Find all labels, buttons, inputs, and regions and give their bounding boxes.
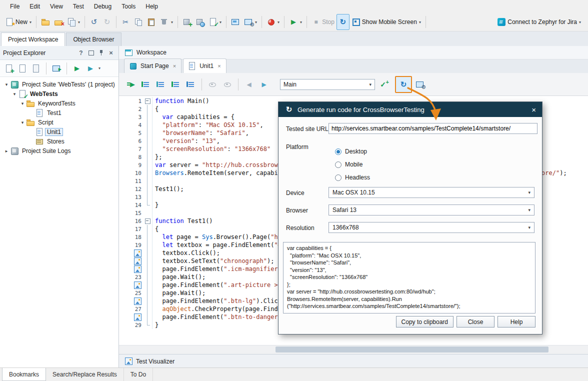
close-button[interactable]: Close: [456, 316, 494, 328]
editor-tab-start-page[interactable]: Start Page×: [124, 58, 182, 73]
menu-edit[interactable]: Edit: [24, 1, 45, 12]
run-to-line-button[interactable]: [139, 78, 153, 92]
copy-button[interactable]: [132, 14, 145, 30]
tested-site-url-input[interactable]: [328, 123, 538, 134]
run-selected-button[interactable]: [169, 78, 183, 92]
debug-routine-button[interactable]: [184, 78, 198, 92]
menu-file[interactable]: File: [5, 1, 24, 12]
new-item-button[interactable]: [3, 62, 15, 74]
horizontal-scrollbar[interactable]: [119, 345, 588, 354]
menu-debug[interactable]: Debug: [89, 1, 116, 12]
cut-button[interactable]: [119, 14, 132, 30]
undo-button[interactable]: [88, 14, 100, 30]
checkpoint-button[interactable]: ▾: [206, 14, 224, 30]
platform-option-desktop[interactable]: Desktop: [335, 148, 370, 155]
fold-marker[interactable]: [143, 97, 152, 105]
radio-headless-icon[interactable]: [335, 174, 342, 181]
add-existing-item-button[interactable]: [16, 62, 28, 74]
tree-item-project-suite-logs[interactable]: ▸Project Suite Logs: [0, 146, 118, 156]
visualizer-frame-icon[interactable]: [134, 258, 142, 265]
horizontal-scrollbar-thumb[interactable]: [276, 346, 548, 352]
menu-test[interactable]: Test: [68, 1, 89, 12]
generate-cbt-run-code-button[interactable]: [395, 76, 412, 93]
menu-help[interactable]: Help: [140, 1, 163, 12]
new-button[interactable]: New▾: [3, 14, 34, 30]
device-combo[interactable]: Mac OSX 10.15 ▾: [328, 187, 534, 198]
explorer-pin-button[interactable]: [96, 48, 106, 58]
browser-combo[interactable]: Safari 13 ▾: [328, 204, 534, 216]
bottom-tab-bookmarks[interactable]: Bookmarks: [2, 368, 46, 381]
explorer-float-button[interactable]: [86, 48, 96, 58]
add-new-item-button[interactable]: [180, 14, 194, 30]
close-project-button[interactable]: [52, 14, 65, 30]
navigate-forward-button[interactable]: [257, 78, 271, 92]
bottom-tab-search-replace-results[interactable]: Search/Replace Results: [46, 368, 124, 381]
radio-desktop-icon[interactable]: [335, 148, 342, 155]
paste-button[interactable]: [145, 14, 158, 30]
expander-open-icon[interactable]: ▾: [3, 82, 10, 87]
help-button[interactable]: Help: [498, 316, 536, 328]
radio-mobile-icon[interactable]: [335, 162, 342, 168]
stop-button[interactable]: Stop: [310, 14, 336, 30]
show-mobile-screen-button[interactable]: Show Mobile Screen▾: [350, 14, 423, 30]
open-item-button[interactable]: [30, 62, 42, 74]
expander-open-icon[interactable]: ▾: [19, 101, 26, 106]
tab-close-icon[interactable]: ×: [173, 63, 176, 69]
platform-option-mobile[interactable]: Mobile: [335, 161, 370, 168]
tree-item-webtests[interactable]: ▾WebTests: [0, 89, 118, 98]
tab-object-browser[interactable]: Object Browser: [66, 32, 121, 46]
expander-open-icon[interactable]: ▾: [11, 92, 18, 96]
menu-tools[interactable]: Tools: [116, 1, 140, 12]
eye-2-button[interactable]: [220, 78, 234, 92]
tree-item-test1[interactable]: Test1: [0, 108, 118, 118]
explorer-help-button[interactable]: [76, 48, 86, 58]
platform-option-headless[interactable]: Headless: [335, 174, 370, 181]
run-script-routine-button[interactable]: [84, 62, 96, 74]
tree-item-unit1[interactable]: Unit1: [0, 127, 118, 136]
routine-combo[interactable]: Main▾: [280, 79, 375, 90]
visualizer-frame-icon[interactable]: [134, 250, 142, 257]
expander-closed-icon[interactable]: ▸: [3, 148, 10, 154]
editor-options-button[interactable]: [413, 78, 427, 92]
visualizer-frame-icon[interactable]: [134, 298, 142, 305]
tree-item-script[interactable]: ▾Script: [0, 118, 118, 127]
record-test-button[interactable]: [229, 14, 242, 30]
tree-item-keywordtests[interactable]: ▾KeywordTests: [0, 98, 118, 108]
save-all-button[interactable]: ▾: [65, 14, 82, 30]
explorer-close-button[interactable]: [106, 48, 116, 58]
run-script-routine-dropdown-arrow[interactable]: ▾: [98, 66, 100, 70]
record-options-button[interactable]: ▾: [242, 14, 259, 30]
run-keyword-test-button[interactable]: [71, 62, 83, 74]
data-generator-button[interactable]: ▾: [264, 14, 282, 30]
test-visualizer-bar[interactable]: Test Visualizer: [119, 354, 588, 368]
delete-button[interactable]: ▾: [158, 14, 175, 30]
visualizer-frame-icon[interactable]: [134, 266, 142, 273]
open-project-button[interactable]: [39, 14, 52, 30]
tree-item-stores[interactable]: Stores: [0, 136, 118, 146]
tree-item-project-suite-webtests-1-project[interactable]: ▾Project Suite 'WebTests' (1 project): [0, 80, 118, 89]
fold-marker[interactable]: [143, 217, 152, 225]
editor-tab-unit1[interactable]: Unit1×: [183, 58, 226, 73]
dialog-close-icon[interactable]: ×: [532, 106, 536, 114]
cbt-panel-button[interactable]: [336, 14, 350, 30]
add-checkpoint-button[interactable]: [376, 78, 390, 92]
add-web-testing-button[interactable]: [194, 14, 206, 30]
eye-1-button[interactable]: [206, 78, 220, 92]
run-current-routine-button[interactable]: [124, 78, 138, 92]
run-test-button[interactable]: ▾: [287, 14, 304, 30]
show-object-button[interactable]: [50, 62, 62, 74]
resolution-combo[interactable]: 1366x768 ▾: [328, 222, 534, 233]
tab-close-icon[interactable]: ×: [218, 63, 220, 69]
visualizer-frame-icon[interactable]: [134, 314, 142, 321]
zephyr-button[interactable]: Connect to Zephyr for Jira▾: [495, 14, 583, 30]
tab-project-workspace[interactable]: Project Workspace: [1, 32, 65, 46]
visualizer-frame-icon[interactable]: [134, 282, 142, 289]
navigate-back-button[interactable]: [242, 78, 256, 92]
run-keyword-list-button[interactable]: [154, 78, 168, 92]
expander-open-icon[interactable]: ▾: [19, 120, 26, 125]
dialog-title-bar[interactable]: Generate run code for CrossBrowserTestin…: [278, 102, 542, 117]
copy-to-clipboard-button[interactable]: Copy to clipboard: [396, 316, 454, 328]
menu-view[interactable]: View: [45, 1, 68, 12]
bottom-tab-to-do[interactable]: To Do: [124, 368, 153, 381]
redo-button[interactable]: [100, 14, 114, 30]
